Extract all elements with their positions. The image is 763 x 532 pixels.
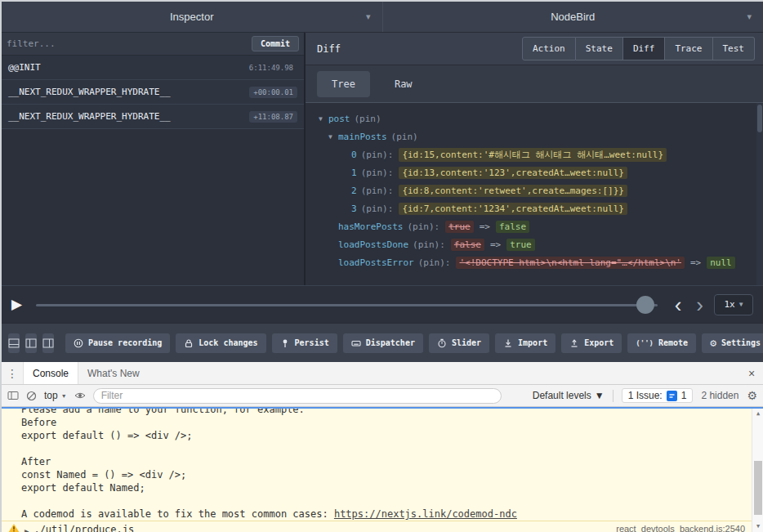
remote-button[interactable]: ('') Remote (627, 333, 696, 353)
action-time: 6:11:49.98 (245, 62, 297, 74)
tree-key: loadPostsDone (338, 239, 408, 250)
tree-item-2[interactable]: 2 (pin): {id:8,content:'retweet',create…… (312, 181, 753, 199)
tab-raw[interactable]: Raw (380, 71, 427, 97)
playback-speed-dropdown[interactable]: 1x ▼ (714, 294, 753, 315)
tree-node-mainposts[interactable]: ▼ mainPosts (pin) (312, 127, 753, 145)
log-levels-dropdown[interactable]: Default levels ▼ (533, 390, 605, 401)
diff-old-value: false (451, 239, 484, 251)
step-forward-button[interactable]: › (689, 297, 711, 313)
dispatcher-button[interactable]: Dispatcher (343, 333, 423, 353)
tree-pin-label: (pin): (413, 239, 445, 250)
remote-icon: ('') (636, 339, 654, 347)
console-settings-gear-icon[interactable]: ⚙ (747, 390, 757, 401)
tab-tree[interactable]: Tree (317, 71, 370, 97)
console-scrollbar-thumb[interactable] (754, 461, 762, 515)
play-button[interactable]: ▶ (11, 296, 33, 313)
console-messages[interactable]: Please add a name to your function, for … (2, 407, 763, 532)
more-options-kebab-icon[interactable]: ⋮ (2, 367, 23, 380)
export-button[interactable]: Export (561, 333, 622, 353)
action-filter-input[interactable] (7, 38, 247, 49)
chevron-down-icon: ▼ (61, 393, 67, 399)
diff-new-value: null (707, 257, 735, 269)
layout-right-button[interactable] (42, 333, 54, 353)
tab-test[interactable]: Test (713, 37, 756, 60)
tree-diff-loadpostsdone[interactable]: loadPostsDone (pin): false => true (312, 235, 753, 253)
action-name: __NEXT_REDUX_WRAPPER_HYDRATE__ (8, 111, 171, 122)
button-label: Lock changes (199, 338, 257, 347)
warning-code-line: export default () => <div />; (21, 429, 747, 442)
pause-recording-button[interactable]: Pause recording (65, 333, 170, 353)
import-button[interactable]: Import (495, 333, 556, 353)
collapse-arrow-icon[interactable]: ▼ (328, 133, 338, 141)
persist-button[interactable]: Persist (272, 333, 337, 353)
console-filter-input[interactable] (93, 388, 502, 404)
scroll-up-arrow[interactable]: ▲ (752, 409, 763, 419)
console-warning-row[interactable]: ▶ ./util/produce.js react_devtools_backe… (2, 521, 763, 532)
close-icon[interactable]: × (740, 367, 763, 380)
lock-changes-button[interactable]: Lock changes (176, 333, 265, 353)
tab-action[interactable]: Action (522, 37, 576, 60)
action-row[interactable]: @@INIT 6:11:49.98 (2, 56, 304, 80)
tab-diff[interactable]: Diff (623, 37, 666, 60)
inspector-dropdown[interactable]: Inspector ▾ (2, 2, 382, 32)
action-row[interactable]: __NEXT_REDUX_WRAPPER_HYDRATE__ +00:00.01 (2, 80, 304, 105)
lock-icon (184, 338, 194, 348)
timeline-slider[interactable] (36, 296, 658, 314)
expand-arrow-icon[interactable]: ▶ (25, 523, 29, 532)
tree-diff-loadpostserror[interactable]: loadPostsError (pin): '<!DOCTYPE html>\n… (312, 253, 753, 271)
pin-icon (280, 338, 290, 348)
diff-updated-value: {id:8,content:'retweet',create…mages:[]}… (399, 185, 627, 197)
diff-updated-value: {id:13,content:'123',createdAt…weet:null… (399, 167, 627, 179)
console-toolbar: top ▼ Default levels ▼ 1 Issue: (2, 385, 763, 407)
scroll-down-arrow[interactable]: ▼ (752, 521, 763, 532)
layout-right-icon (42, 338, 54, 348)
step-back-button[interactable]: ‹ (667, 297, 689, 313)
settings-button[interactable]: ⚙ Settings (702, 333, 763, 353)
slider-button[interactable]: Slider (429, 333, 489, 353)
layout-bottom-icon (8, 338, 20, 348)
warning-message-text: ./util/produce.js (33, 523, 134, 532)
slider-knob[interactable] (636, 296, 654, 314)
tab-whats-new[interactable]: What's New (78, 362, 149, 384)
tree-key: hasMorePosts (338, 221, 403, 232)
instance-dropdown[interactable]: NodeBird ▾ (382, 2, 763, 32)
tree-item-1[interactable]: 1 (pin): {id:13,content:'123',createdAt…… (312, 163, 753, 181)
tree-node-post[interactable]: ▼ post (pin) (312, 110, 753, 127)
live-expression-button[interactable] (74, 391, 86, 400)
layout-bottom-button[interactable] (8, 333, 20, 353)
chevron-down-icon: ▼ (595, 390, 605, 401)
source-location-link[interactable]: react_devtools_backend.js:2540 (616, 523, 745, 532)
tree-diff-hasmoreposts[interactable]: hasMorePosts (pin): true => false (312, 217, 753, 235)
codemod-text: A codemod is available to fix the most c… (21, 508, 334, 520)
tab-state[interactable]: State (576, 37, 623, 60)
keyboard-icon (351, 338, 361, 348)
console-toolbar-right: Default levels ▼ 1 Issue: 1 2 hidden ⚙ (533, 388, 757, 403)
action-row[interactable]: __NEXT_REDUX_WRAPPER_HYDRATE__ +11:08.87 (2, 105, 304, 129)
diff-scrollbar-thumb[interactable] (757, 105, 762, 132)
slider-track[interactable] (36, 304, 658, 306)
layout-left-button[interactable] (25, 333, 37, 353)
console-tab-bar: ⋮ Console What's New × (2, 362, 763, 385)
console-scrollbar[interactable]: ▲ ▼ (752, 409, 763, 532)
clear-console-button[interactable] (26, 391, 37, 401)
collapse-arrow-icon[interactable]: ▼ (319, 115, 328, 123)
button-label: Settings (721, 338, 761, 347)
context-selector-dropdown[interactable]: top ▼ (44, 390, 67, 401)
codemod-link[interactable]: https://nextjs.link/codemod-ndc (334, 508, 517, 520)
tab-console[interactable]: Console (23, 362, 78, 384)
button-label: Pause recording (88, 338, 162, 347)
console-sidebar-toggle[interactable] (7, 391, 19, 400)
issues-counter-button[interactable]: 1 Issue: 1 (622, 388, 694, 403)
commit-button[interactable]: Commit (252, 36, 299, 51)
tab-trace[interactable]: Trace (665, 37, 712, 60)
tree-pin-label: (pin): (361, 186, 394, 196)
inspector-dropdown-label: Inspector (170, 11, 213, 23)
view-tabs: Tree Raw (306, 65, 763, 103)
action-list-panel: Commit @@INIT 6:11:49.98 __NEXT_REDUX_WR… (2, 33, 306, 285)
instance-dropdown-label: NodeBird (551, 11, 595, 23)
tree-item-0[interactable]: 0 (pin): {id:15,content:'#해시태그 해시태그 해시태…… (312, 145, 753, 163)
button-label: Dispatcher (366, 338, 415, 347)
tree-item-3[interactable]: 3 (pin): {id:7,content:'1234',createdAt…… (312, 199, 753, 217)
diff-scrollbar[interactable] (756, 103, 763, 285)
tree-pin-label: (pin): (418, 257, 451, 268)
